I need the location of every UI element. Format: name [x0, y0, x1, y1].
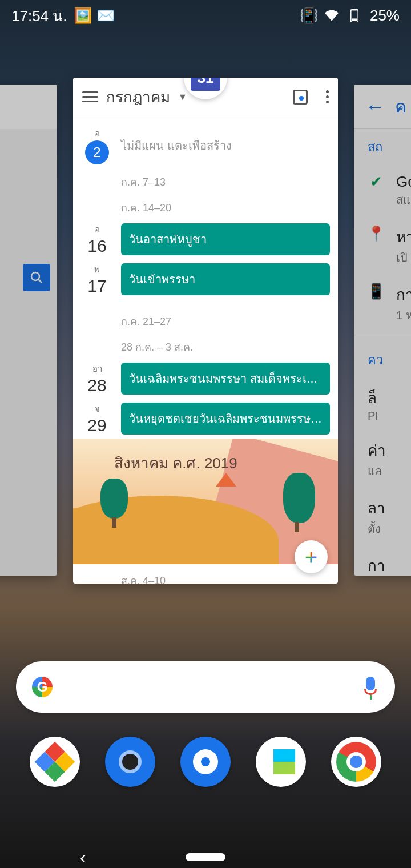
- voice-search-icon[interactable]: [362, 677, 379, 697]
- gmail-icon: ✉️: [98, 8, 113, 23]
- app-camera[interactable]: [105, 737, 155, 787]
- section-label: คว: [354, 342, 411, 378]
- settings-row[interactable]: ลาตั้ง: [354, 488, 411, 546]
- battery-percent: 25%: [370, 7, 400, 25]
- week-label: ก.ค. 14–20: [73, 194, 338, 219]
- battery-icon: [347, 8, 362, 23]
- device-icon: 📱: [368, 283, 385, 300]
- today-row[interactable]: อ 2 ไม่มีแผน แตะเพื่อสร้าง: [73, 123, 338, 168]
- week-label: ก.ค. 21–27: [73, 307, 338, 333]
- home-dock: [0, 737, 411, 787]
- nav-home-pill[interactable]: [186, 853, 225, 861]
- event-row[interactable]: อ16 วันอาสาฬหบูชา: [73, 219, 338, 259]
- recent-card-calendar[interactable]: 31 กรกฎาคม ▼ อ 2 ไม่มีแผน แตะเพื่อสร้าง …: [73, 78, 338, 584]
- week-label: 28 ก.ค. – 3 ส.ค.: [73, 333, 338, 359]
- event-substitute-holiday[interactable]: วันหยุดชดเชยวันเฉลิมพระชนมพรรษา สมเด็จพร…: [121, 403, 330, 435]
- app-chrome[interactable]: [331, 737, 381, 787]
- svg-line-4: [38, 279, 42, 283]
- today-dow: อ: [95, 127, 100, 140]
- fab-add-event[interactable]: ＋: [295, 540, 328, 573]
- dropdown-icon[interactable]: ▼: [178, 92, 187, 102]
- section-label: สถ: [354, 129, 411, 165]
- status-time: 17:54 น.: [11, 4, 67, 27]
- event-row[interactable]: อา28 วันเฉลิมพระชนมพรรษา สมเด็จพระเจ้าอย…: [73, 359, 338, 399]
- vibrate-icon: 📳: [301, 8, 316, 23]
- status-bar: 17:54 น. 🖼️ ✉️ 📳 25%: [0, 0, 411, 31]
- week-label: ส.ค. 4–10: [73, 566, 338, 584]
- settings-row[interactable]: กากา: [354, 546, 411, 576]
- google-logo-icon: [32, 677, 53, 697]
- wifi-icon: [324, 8, 339, 23]
- settings-row[interactable]: 📱 กา1 ห: [354, 275, 411, 332]
- week-label: ก.ค. 7–13: [73, 168, 338, 194]
- event-row[interactable]: จ29 วันหยุดชดเชยวันเฉลิมพระชนมพรรษา สมเด…: [73, 399, 338, 439]
- today-number: 2: [85, 140, 109, 164]
- system-nav-bar: ‹: [0, 853, 411, 861]
- recent-card-browser[interactable]: 1 ⋮: [0, 85, 57, 576]
- back-arrow-icon[interactable]: ←: [365, 95, 385, 118]
- svg-rect-2: [352, 18, 357, 21]
- settings-title: ค: [395, 93, 406, 120]
- settings-row[interactable]: ค่าแล: [354, 431, 411, 488]
- event-kings-birthday[interactable]: วันเฉลิมพระชนมพรรษา สมเด็จพระเจ้าอยู่หัว…: [121, 363, 330, 395]
- event-lent[interactable]: วันเข้าพรรษา: [121, 263, 330, 295]
- nav-back-button[interactable]: ‹: [80, 847, 86, 868]
- recents-overview: 1 ⋮ ← ค สถ ✔︎ Goสแ 📍 หาเปิ 📱 กา1: [0, 74, 411, 585]
- app-photos[interactable]: [30, 737, 80, 787]
- empty-plan-text: ไม่มีแผน แตะเพื่อสร้าง: [121, 136, 232, 155]
- svg-point-3: [31, 272, 39, 280]
- app-settings[interactable]: [180, 737, 231, 787]
- divider: [354, 337, 411, 337]
- location-pin-icon: 📍: [368, 225, 385, 242]
- event-asanha[interactable]: วันอาสาฬหบูชา: [121, 223, 330, 255]
- month-title[interactable]: กรกฎาคม: [106, 85, 170, 108]
- svg-rect-1: [353, 9, 357, 10]
- app-play-store[interactable]: [256, 737, 306, 787]
- shield-icon: ✔︎: [368, 173, 385, 190]
- gallery-icon: 🖼️: [75, 8, 90, 23]
- today-icon[interactable]: [293, 90, 308, 105]
- google-search-bar[interactable]: [16, 661, 395, 713]
- search-button[interactable]: [23, 264, 50, 291]
- settings-row[interactable]: 📍 หาเปิ: [354, 217, 411, 275]
- settings-row[interactable]: ✔︎ Goสแ: [354, 165, 411, 217]
- next-month-label: สิงหาคม ค.ศ. 2019: [114, 451, 237, 475]
- recent-card-settings[interactable]: ← ค สถ ✔︎ Goสแ 📍 หาเปิ 📱 กา1 ห คว ล็PI ค…: [354, 85, 411, 576]
- plus-icon: ＋: [301, 544, 321, 570]
- menu-icon[interactable]: [82, 91, 98, 102]
- settings-row[interactable]: ล็PI: [354, 378, 411, 431]
- event-row[interactable]: พ17 วันเข้าพรรษา: [73, 259, 338, 299]
- overflow-icon[interactable]: [326, 90, 329, 103]
